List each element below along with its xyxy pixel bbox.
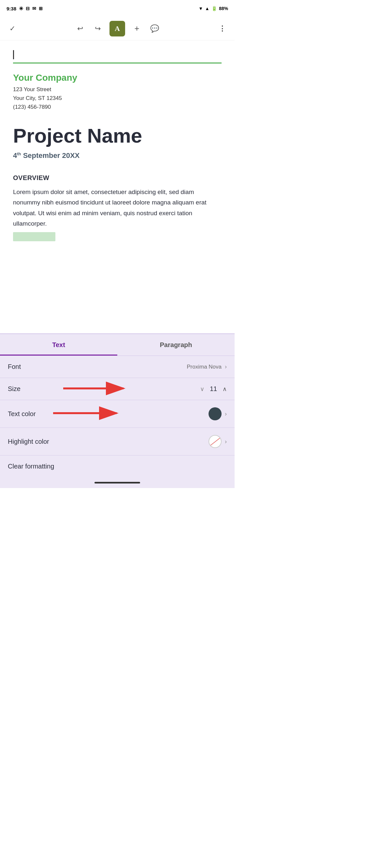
address-line1: 123 Your Street <box>13 85 222 94</box>
text-format-icon: A <box>115 24 120 33</box>
undo-icon: ↩ <box>77 24 83 33</box>
wifi-icon: ▼ <box>198 6 203 11</box>
font-label: Font <box>8 363 21 371</box>
project-name: Project Name <box>13 125 222 147</box>
font-value: Proxima Nova <box>187 364 222 370</box>
highlight-color-swatch <box>208 435 222 448</box>
size-arrow <box>60 379 132 400</box>
company-address: 123 Your Street Your City, ST 12345 (123… <box>13 85 222 112</box>
document-header-line <box>13 63 222 63</box>
clear-formatting-label: Clear formatting <box>8 463 54 470</box>
font-row[interactable]: Font Proxima Nova › <box>0 356 234 378</box>
tab-paragraph[interactable]: Paragraph <box>117 334 234 355</box>
text-color-value: › <box>208 407 227 420</box>
text-color-swatch <box>208 407 222 420</box>
time-display: 9:38 <box>6 6 16 11</box>
project-date: 4th September 20XX <box>13 151 222 160</box>
check-icon: ✓ <box>9 24 15 33</box>
size-up-button[interactable]: ∧ <box>223 385 227 393</box>
comment-icon: 💬 <box>150 24 159 33</box>
text-color-label: Text color <box>8 410 36 418</box>
highlight-color-value: › <box>208 435 227 448</box>
text-format-button[interactable]: A <box>110 21 125 36</box>
date-rest: September 20XX <box>21 151 80 159</box>
media-icon: ⊟ <box>26 6 30 11</box>
toolbar-right: ⋮ <box>216 23 228 34</box>
toolbar-center: ↩ ↪ A + 💬 <box>74 21 160 36</box>
date-ordinal: th <box>17 151 21 156</box>
status-time: 9:38 ✳ ⊟ ✉ ⊞ <box>6 5 43 12</box>
overview-text: Lorem ipsum dolor sit amet, consectetuer… <box>13 187 222 229</box>
tab-text[interactable]: Text <box>0 334 117 355</box>
font-chevron-icon: › <box>225 363 227 370</box>
home-bar <box>94 482 140 484</box>
more-icon: ⋮ <box>219 24 226 33</box>
tab-paragraph-label: Paragraph <box>160 341 192 348</box>
panel-rows-wrapper: Font Proxima Nova › Size ∨ 11 ∧ <box>0 356 234 477</box>
size-down-button[interactable]: ∨ <box>200 385 204 393</box>
home-indicator <box>0 477 234 488</box>
address-line2: Your City, ST 12345 <box>13 94 222 102</box>
document-area: Your Company 123 Your Street Your City, … <box>0 40 234 333</box>
battery-icon: 🔋 <box>212 6 217 11</box>
signal-icon: ▲ <box>205 6 210 11</box>
size-controls: ∨ 11 ∧ <box>200 385 227 393</box>
add-button[interactable]: + <box>131 23 143 34</box>
toolbar: ✓ ↩ ↪ A + 💬 ⋮ <box>0 17 234 40</box>
check-button[interactable]: ✓ <box>6 23 18 34</box>
mail-icon: ✉ <box>32 6 36 11</box>
highlight-block <box>13 232 55 241</box>
comment-button[interactable]: 💬 <box>148 23 160 34</box>
slack-icon: ✳ <box>19 5 23 12</box>
bottom-panel: Text Paragraph Font Proxima Nova › Size … <box>0 333 234 488</box>
text-color-chevron-icon: › <box>225 410 227 417</box>
battery-percent: 88% <box>219 6 228 11</box>
clear-formatting-row[interactable]: Clear formatting <box>0 456 234 477</box>
status-bar: 9:38 ✳ ⊟ ✉ ⊞ ▼ ▲ 🔋 88% <box>0 0 234 17</box>
redo-icon: ↪ <box>95 24 101 33</box>
size-row[interactable]: Size ∨ 11 ∧ <box>0 378 234 400</box>
phone: (123) 456-7890 <box>13 102 222 111</box>
overview-title: OVERVIEW <box>13 174 222 182</box>
more-button[interactable]: ⋮ <box>216 23 228 34</box>
highlight-color-label: Highlight color <box>8 438 49 445</box>
text-cursor <box>13 50 14 59</box>
size-label: Size <box>8 385 21 393</box>
add-icon: + <box>134 24 139 34</box>
text-color-row[interactable]: Text color › <box>0 400 234 428</box>
panel-tabs: Text Paragraph <box>0 334 234 356</box>
highlight-color-row[interactable]: Highlight color › <box>0 428 234 456</box>
size-value: 11 <box>209 385 218 393</box>
grid-icon: ⊞ <box>39 6 43 11</box>
tab-text-label: Text <box>52 341 65 348</box>
date-number: 4 <box>13 151 17 159</box>
highlight-color-chevron-icon: › <box>225 438 227 445</box>
font-value-container: Proxima Nova › <box>187 363 227 370</box>
status-indicators: ▼ ▲ 🔋 88% <box>198 6 228 11</box>
redo-button[interactable]: ↪ <box>92 23 104 34</box>
toolbar-left: ✓ <box>6 23 18 34</box>
undo-button[interactable]: ↩ <box>74 23 86 34</box>
text-color-arrow <box>50 403 125 424</box>
company-name: Your Company <box>13 72 222 83</box>
